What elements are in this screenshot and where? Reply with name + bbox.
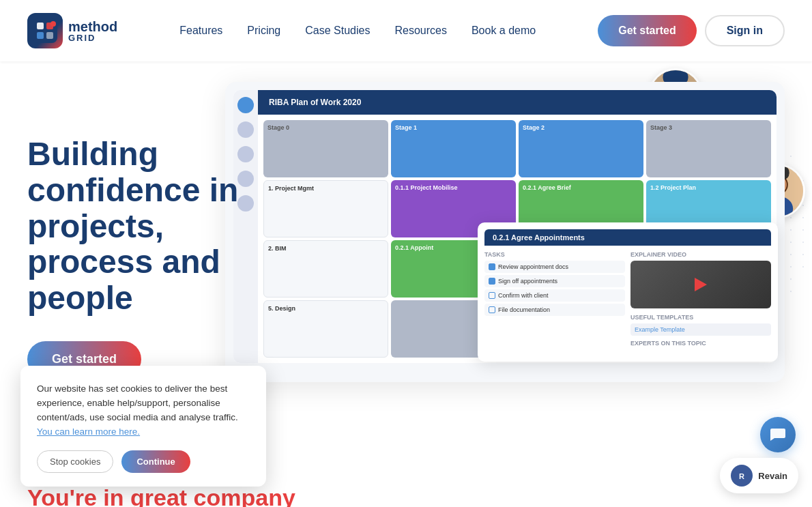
nav-sign-in-button[interactable]: Sign in <box>705 15 785 46</box>
logo-text: method GRID <box>68 20 117 42</box>
hero-title-line4: process and <box>27 244 246 280</box>
nav-case-studies[interactable]: Case Studies <box>305 25 370 37</box>
logo-icon <box>27 13 63 48</box>
dash-card-1: Stage 0 <box>263 120 388 177</box>
fp-check-2 <box>489 278 495 285</box>
dash-card-4: Stage 3 <box>646 120 771 177</box>
hero-left: Building confidence in projects, process… <box>27 96 246 411</box>
nav-get-started-button[interactable]: Get started <box>598 15 696 46</box>
hero-right: RIBA Plan of Work 2020 Stage 0 Stage 1 S… <box>225 82 785 382</box>
cookie-text-content: Our website has set cookies to deliver t… <box>37 383 238 422</box>
fp-video-thumbnail[interactable] <box>630 261 771 308</box>
chat-button[interactable] <box>760 417 796 452</box>
nav-actions: Get started Sign in <box>598 15 785 46</box>
fp-check-3 <box>489 292 495 299</box>
hero-title-line3: projects, <box>27 209 246 245</box>
hero-title-line1: Building <box>27 136 246 173</box>
svg-rect-3 <box>37 32 44 39</box>
logo[interactable]: method GRID <box>27 13 117 48</box>
fp-template-1[interactable]: Example Template <box>630 323 771 336</box>
dash-card-5: 1. Project Mgmt <box>263 180 388 237</box>
fp-experts-label: Experts on this topic <box>630 340 771 347</box>
chat-icon <box>769 426 787 444</box>
dash-card-2: Stage 1 <box>391 120 516 177</box>
fp-task-3: Confirm with client <box>484 289 625 302</box>
revain-badge[interactable]: R Revain <box>720 458 798 493</box>
fp-templates-label: Useful templates <box>630 314 771 321</box>
nav-book-demo[interactable]: Book a demo <box>472 25 536 37</box>
hero-title-line5: people <box>27 280 246 317</box>
fp-check-4 <box>489 306 495 313</box>
revain-icon: R <box>731 465 753 487</box>
cookie-learn-more-link[interactable]: You can learn more here. <box>37 426 140 437</box>
dashboard-mockup: RIBA Plan of Work 2020 Stage 0 Stage 1 S… <box>225 82 785 382</box>
floating-task-panel: 0.2.1 Agree Appointments Tasks Review ap… <box>478 222 778 362</box>
dash-card-3: Stage 2 <box>519 120 643 177</box>
hero-title: Building confidence in projects, process… <box>27 136 246 317</box>
nav-resources[interactable]: Resources <box>394 25 446 37</box>
great-company-title: You're in great company <box>27 484 785 507</box>
logo-brand1: method <box>68 20 117 33</box>
fp-task-4: File documentation <box>484 304 625 316</box>
hero-title-line2: confidence in <box>27 173 246 209</box>
fp-header: 0.2.1 Agree Appointments <box>484 229 771 246</box>
fp-video-col: Explainer video Useful templates Example… <box>630 251 771 349</box>
fp-grid: Tasks Review appointment docs Sign off a… <box>484 246 771 355</box>
dash-card-9: 2. BIM <box>263 240 388 298</box>
fp-header-title: 0.2.1 Agree Appointments <box>493 233 763 242</box>
nav-features[interactable]: Features <box>179 25 222 37</box>
navbar: method GRID Features Pricing Case Studie… <box>0 0 812 61</box>
stop-cookies-button[interactable]: Stop cookies <box>37 450 113 473</box>
fp-video-label: Explainer video <box>630 251 771 258</box>
svg-text:R: R <box>739 472 744 480</box>
cookie-banner: Our website has set cookies to deliver t… <box>20 366 266 487</box>
logo-brand2: GRID <box>68 33 117 42</box>
dash-card-13: 5. Design <box>263 300 388 358</box>
fp-tasks-label: Tasks <box>484 251 625 258</box>
svg-point-5 <box>50 21 56 27</box>
dashboard-header-title: RIBA Plan of Work 2020 <box>269 98 361 107</box>
logo-svg <box>33 18 57 43</box>
revain-label: Revain <box>758 471 787 481</box>
nav-pricing[interactable]: Pricing <box>247 25 280 37</box>
continue-cookies-button[interactable]: Continue <box>121 450 190 473</box>
fp-task-1: Review appointment docs <box>484 261 625 273</box>
cookie-text: Our website has set cookies to deliver t… <box>37 382 250 439</box>
fp-check-1 <box>489 263 495 270</box>
svg-rect-1 <box>37 23 44 29</box>
cookie-actions: Stop cookies Continue <box>37 450 250 473</box>
dashboard-header: RIBA Plan of Work 2020 <box>258 90 777 115</box>
play-icon <box>695 278 707 291</box>
svg-rect-4 <box>46 32 53 39</box>
fp-task-2: Sign off appointments <box>484 275 625 287</box>
nav-links: Features Pricing Case Studies Resources … <box>179 25 536 37</box>
fp-tasks-col: Tasks Review appointment docs Sign off a… <box>484 251 625 349</box>
